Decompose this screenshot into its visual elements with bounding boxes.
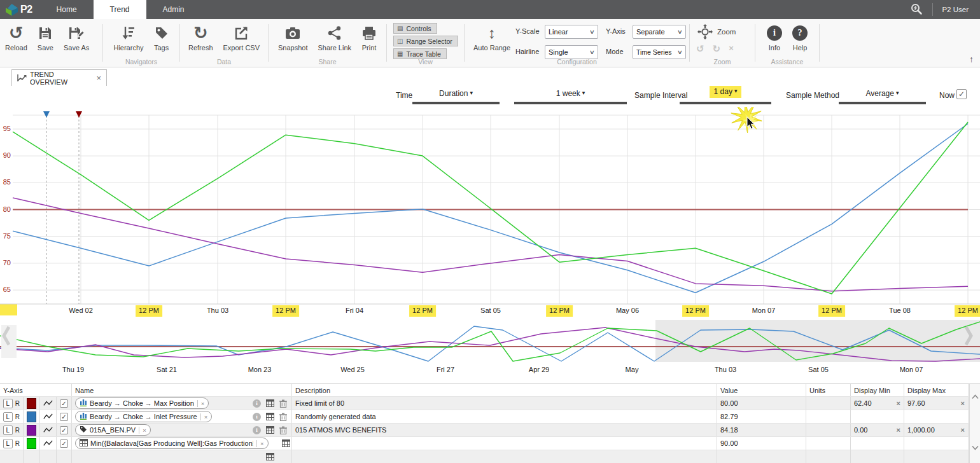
trend-chart[interactable]: 65707580859095Wed 0212 PMThu 0312 PMFri … (0, 107, 980, 320)
tags-button[interactable]: Tags (149, 22, 174, 53)
trace-color-swatch[interactable] (27, 411, 36, 422)
refresh-button[interactable]: ↻ Refresh (183, 22, 218, 53)
clear-display-min-icon[interactable]: × (897, 426, 900, 434)
table-scrollbar[interactable] (969, 384, 980, 463)
column-header-value[interactable]: Value (717, 384, 806, 396)
print-button[interactable]: Print (356, 22, 382, 53)
value-cell: 80.00 (717, 397, 806, 410)
close-icon[interactable]: × (96, 73, 101, 83)
trace-calc-icon[interactable] (266, 399, 274, 407)
remove-trace-icon[interactable]: × (139, 427, 146, 434)
column-header-description[interactable]: Description (292, 384, 717, 396)
range-scroll-left-button[interactable] (1, 325, 17, 358)
y-axis-right-button[interactable]: R (15, 427, 20, 434)
nav-tab-trend[interactable]: Trend (94, 0, 146, 19)
y-axis-left-button[interactable]: L (3, 425, 13, 435)
nav-tab-admin[interactable]: Admin (146, 0, 201, 19)
line-style-icon[interactable] (43, 399, 53, 408)
zoom-button[interactable]: Zoom (697, 24, 736, 39)
y-axis-select[interactable]: Separate ∨ (633, 25, 686, 39)
trace-info-icon[interactable]: i (253, 399, 261, 408)
range-scroll-right-button[interactable] (963, 325, 979, 358)
zoom-redo-icon[interactable]: ↻ (713, 43, 721, 55)
y-axis-left-button[interactable]: L (3, 412, 13, 422)
y-axis-right-button[interactable]: R (15, 413, 20, 420)
range-selector[interactable]: Thu 19Sat 21Mon 23Wed 25Fri 27Apr 29MayT… (0, 320, 980, 382)
trace-name-pill[interactable]: 015A_BEN.PV× (75, 424, 151, 436)
user-name[interactable]: P2 User (942, 6, 969, 13)
trace-visible-checkbox[interactable]: ✓ (60, 439, 68, 448)
save-button[interactable]: Save (32, 22, 59, 53)
column-header-color[interactable] (24, 384, 40, 396)
now-checkbox[interactable]: ✓ (956, 89, 967, 99)
save-as-button[interactable]: Save As (59, 22, 94, 53)
trace-visible-checkbox[interactable]: ✓ (60, 413, 68, 421)
duration-dropdown[interactable]: Duration▾ (412, 89, 500, 98)
reload-button[interactable]: ↺ Reload (0, 22, 32, 53)
sample-method-dropdown[interactable]: Average▾ (839, 89, 926, 98)
column-header-name[interactable]: Name (72, 384, 292, 396)
info-button[interactable]: i Info (762, 22, 787, 53)
search-icon[interactable] (909, 3, 923, 17)
help-button[interactable]: ? Help (787, 22, 813, 53)
line-style-icon[interactable] (43, 425, 53, 434)
remove-trace-icon[interactable]: × (197, 400, 205, 407)
trace-visible-checkbox[interactable]: ✓ (60, 399, 68, 408)
p2-logo[interactable]: P2 (0, 0, 40, 19)
clear-display-min-icon[interactable]: × (897, 399, 900, 407)
nav-tab-home[interactable]: Home (40, 0, 94, 19)
trace-calc-icon[interactable] (266, 426, 274, 434)
line-style-icon[interactable] (43, 412, 53, 421)
auto-range-button[interactable]: ↕ Auto Range (468, 22, 515, 53)
clear-display-max-icon[interactable]: × (961, 426, 965, 434)
remove-trace-icon[interactable]: × (256, 440, 264, 447)
scroll-up-icon[interactable] (970, 394, 980, 399)
collapse-ribbon-icon[interactable]: ↑ (969, 54, 974, 64)
column-header-units[interactable]: Units (806, 384, 851, 396)
trace-visible-checkbox[interactable]: ✓ (60, 426, 68, 434)
export-csv-button[interactable]: Export CSV (218, 22, 265, 53)
scroll-down-icon[interactable] (970, 445, 980, 450)
trace-calc-icon[interactable] (266, 453, 274, 460)
zoom-clear-icon[interactable]: × (729, 43, 734, 55)
snapshot-button[interactable]: Snapshot (273, 22, 312, 53)
y-scale-select[interactable]: Linear ∨ (545, 25, 598, 39)
trace-name-pill[interactable]: Beardy → Choke → Max Position× (75, 397, 209, 409)
y-axis-right-button[interactable]: R (15, 440, 20, 447)
clear-display-max-icon[interactable]: × (961, 399, 965, 407)
column-header-display-max[interactable]: Display Max (904, 384, 969, 396)
hierarchy-button[interactable]: Hierarchy (108, 22, 148, 53)
y-axis-left-button[interactable]: L (3, 399, 13, 408)
trace-color-swatch[interactable] (27, 438, 36, 449)
trace-info-icon[interactable]: i (253, 426, 261, 434)
trace-delete-icon[interactable] (279, 426, 287, 434)
line-style-icon[interactable] (43, 439, 53, 448)
controls-toggle[interactable]: ▤ Controls (393, 23, 437, 34)
column-header-style[interactable] (40, 384, 57, 396)
sample-interval-dropdown[interactable]: 1 day▾ (680, 87, 771, 96)
y-axis-left-button[interactable]: L (3, 439, 13, 448)
trace-info-icon[interactable]: i (253, 413, 261, 421)
trace-name-pill[interactable]: Min({Balaclava[Gas Producing Well]:Gas P… (75, 438, 269, 449)
hairline-select[interactable]: Single ∨ (545, 45, 598, 59)
mode-select[interactable]: Time Series ∨ (633, 45, 686, 59)
column-header-display-min[interactable]: Display Min (851, 384, 904, 396)
remove-trace-icon[interactable]: × (200, 413, 208, 420)
trace-color-swatch[interactable] (27, 398, 36, 409)
description-cell (292, 437, 717, 450)
trace-calc-icon[interactable] (266, 413, 274, 420)
zoom-undo-icon[interactable]: ↺ (696, 43, 704, 55)
trace-calc-icon[interactable] (282, 439, 290, 447)
range-selector-toggle[interactable]: ◫ Range Selector (393, 36, 458, 46)
share-link-button[interactable]: Share Link (312, 22, 356, 53)
duration-value-dropdown[interactable]: 1 week▾ (514, 89, 627, 98)
tab-trend-overview[interactable]: TREND OVERVIEW × (11, 69, 107, 86)
column-header-y-axis[interactable]: Y-Axis (0, 384, 24, 396)
y-axis-right-button[interactable]: R (15, 400, 20, 407)
display-max-cell (904, 450, 969, 463)
trace-name-pill[interactable]: Beardy → Choke → Inlet Pressure× (75, 411, 212, 422)
trace-delete-icon[interactable] (279, 399, 287, 408)
trace-color-swatch[interactable] (27, 425, 36, 436)
trace-delete-icon[interactable] (279, 413, 287, 421)
column-header-visible[interactable] (57, 384, 72, 396)
